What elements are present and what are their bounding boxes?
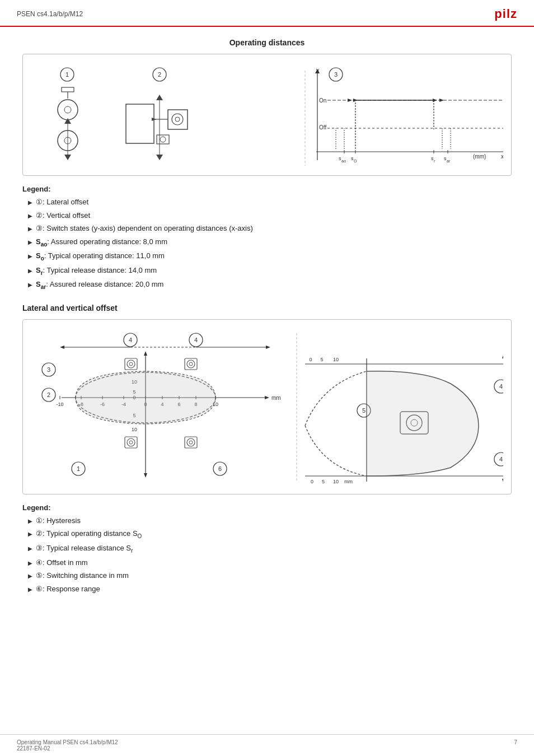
- svg-text:10: 10: [132, 427, 137, 432]
- footer-page-number: 7: [514, 739, 517, 752]
- svg-marker-140: [502, 354, 503, 358]
- svg-point-119: [189, 441, 193, 444]
- svg-text:10: 10: [333, 479, 339, 484]
- arrow-icon-l2-2: ▶: [28, 530, 32, 538]
- svg-text:ao: ao: [341, 159, 346, 163]
- arrow-icon-2: ▶: [28, 212, 32, 220]
- svg-rect-16: [168, 110, 188, 129]
- svg-rect-6: [62, 87, 74, 92]
- svg-point-118: [187, 438, 195, 446]
- svg-marker-100: [144, 351, 147, 356]
- svg-text:On: On: [319, 97, 326, 104]
- svg-text:0: 0: [311, 479, 313, 484]
- svg-point-9: [64, 106, 71, 113]
- legend1-item-1: ▶ ①: Lateral offset: [28, 197, 512, 208]
- svg-text:4: 4: [499, 456, 503, 463]
- svg-text:0: 0: [309, 357, 312, 362]
- svg-marker-23: [156, 155, 163, 160]
- svg-point-25: [160, 137, 166, 142]
- legend1-item-sr: ▶ Sr: Typical release distance: 14,0 mm: [28, 265, 512, 277]
- section1-heading: Operating distances: [22, 38, 512, 47]
- legend2-item-2: ▶ ②: Typical operating distance SO: [28, 528, 512, 540]
- svg-marker-141: [502, 479, 503, 483]
- svg-point-18: [175, 117, 180, 122]
- svg-text:ar: ar: [447, 159, 451, 163]
- svg-text:10: 10: [333, 357, 339, 362]
- svg-text:mm: mm: [271, 395, 281, 401]
- svg-marker-41: [348, 99, 352, 102]
- footer-left: Operating Manual PSEN cs4.1a/b/p/M122218…: [17, 739, 118, 752]
- arrow-icon-1: ▶: [28, 198, 32, 207]
- svg-text:1: 1: [65, 71, 69, 78]
- main-content: Operating distances 1 2 3: [0, 27, 534, 613]
- legend2-list: ▶ ①: Hysteresis ▶ ②: Typical operating d…: [22, 515, 512, 594]
- svg-point-113: [189, 362, 193, 366]
- svg-text:3: 3: [334, 71, 338, 78]
- svg-rect-24: [157, 135, 169, 144]
- svg-marker-11: [64, 155, 71, 160]
- svg-marker-44: [439, 99, 444, 102]
- svg-point-110: [129, 362, 133, 366]
- svg-point-115: [127, 438, 135, 446]
- legend1-item-sao: ▶ Sao: Assured operating distance: 8,0 m…: [28, 236, 512, 249]
- arrow-icon-sao: ▶: [28, 238, 32, 246]
- svg-text:5: 5: [320, 357, 323, 362]
- arrow-icon-l2-3: ▶: [28, 544, 32, 553]
- page-footer: Operating Manual PSEN cs4.1a/b/p/M122218…: [0, 734, 534, 756]
- pilz-logo: pilz: [494, 7, 517, 21]
- legend2-section: Legend: ▶ ①: Hysteresis ▶ ②: Typical ope…: [22, 503, 512, 594]
- svg-point-109: [127, 360, 135, 368]
- svg-marker-101: [144, 473, 147, 478]
- legend2-item-5: ▶ ⑤: Switching distance in mm: [28, 570, 512, 581]
- page-header: PSEN cs4.1a/b/p/M12 pilz: [0, 0, 534, 27]
- svg-marker-12: [64, 118, 71, 124]
- legend2-item-3: ▶ ③: Typical release distance Sr: [28, 543, 512, 555]
- lateral-offset-diagram: 4 4 3 2 1 6 mm: [22, 319, 512, 494]
- arrow-icon-l2-5: ▶: [28, 572, 32, 580]
- legend1-item-sar: ▶ Sar: Assured release distance: 20,0 mm: [28, 279, 512, 291]
- svg-text:(mm): (mm): [473, 153, 486, 160]
- svg-text:O: O: [354, 159, 357, 163]
- arrow-icon-sar: ▶: [28, 281, 32, 289]
- legend2-title: Legend:: [22, 503, 512, 512]
- svg-text:1: 1: [77, 465, 80, 472]
- svg-point-8: [58, 100, 78, 120]
- svg-marker-43: [433, 99, 437, 102]
- op-dist-svg: 1 2 3: [31, 62, 503, 166]
- svg-marker-79: [265, 396, 269, 399]
- svg-text:5: 5: [322, 479, 325, 484]
- section2-heading: Lateral and vertical offset: [22, 304, 512, 312]
- arrow-icon-so: ▶: [28, 252, 32, 260]
- legend1-item-2: ▶ ②: Vertical offset: [28, 210, 512, 221]
- svg-text:x: x: [501, 153, 503, 160]
- arrow-icon-l2-6: ▶: [28, 585, 32, 594]
- svg-text:4: 4: [129, 337, 132, 343]
- arrow-icon-l2-4: ▶: [28, 559, 32, 567]
- legend1-list: ▶ ①: Lateral offset ▶ ②: Vertical offset…: [22, 197, 512, 291]
- svg-text:mm: mm: [344, 479, 353, 484]
- svg-text:2: 2: [158, 71, 161, 78]
- svg-text:4: 4: [194, 337, 198, 343]
- operating-distances-diagram: 1 2 3: [22, 54, 512, 176]
- legend2-item-6: ▶ ⑥: Response range: [28, 584, 512, 595]
- arrow-icon-l2-1: ▶: [28, 517, 32, 525]
- svg-marker-22: [156, 95, 163, 100]
- legend2-item-1: ▶ ①: Hysteresis: [28, 515, 512, 526]
- svg-text:6: 6: [218, 465, 222, 472]
- legend1-item-so: ▶ So: Typical operating distance: 11,0 m…: [28, 250, 512, 263]
- svg-text:5: 5: [362, 407, 366, 414]
- svg-point-116: [129, 441, 133, 444]
- arrow-icon-3: ▶: [28, 225, 32, 233]
- legend1-title: Legend:: [22, 185, 512, 193]
- svg-marker-77: [266, 346, 270, 349]
- legend1-section: Legend: ▶ ①: Lateral offset ▶ ②: Vertica…: [22, 185, 512, 291]
- svg-text:Off: Off: [319, 124, 326, 130]
- svg-text:3: 3: [47, 366, 50, 373]
- svg-marker-42: [353, 99, 358, 102]
- svg-text:r: r: [434, 159, 435, 163]
- lateral-offset-svg: 4 4 3 2 1 6 mm: [31, 328, 503, 484]
- document-title: PSEN cs4.1a/b/p/M12: [17, 10, 83, 18]
- arrow-icon-sr: ▶: [28, 267, 32, 275]
- svg-text:-10: -10: [56, 402, 63, 407]
- svg-text:4: 4: [499, 383, 503, 390]
